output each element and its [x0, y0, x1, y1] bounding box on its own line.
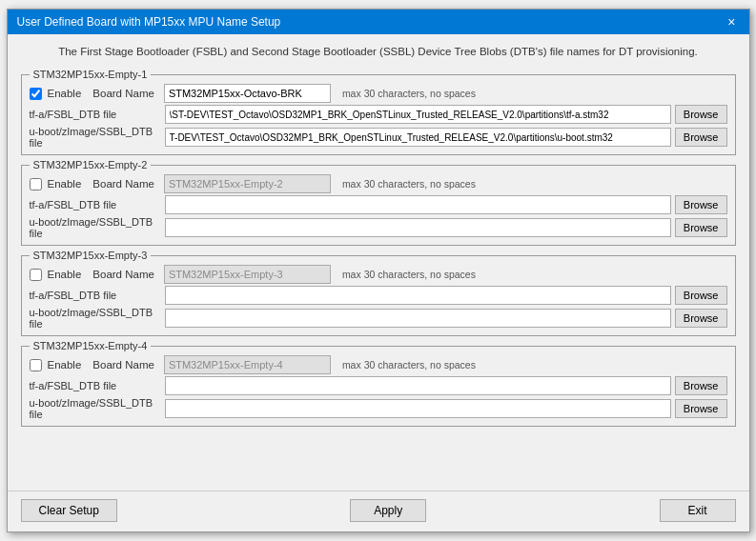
fsbl-row-3: tf-a/FSBL_DTB fileBrowse: [30, 286, 727, 305]
fsbl-row-1: tf-a/FSBL_DTB fileBrowse: [30, 105, 727, 124]
board-name-input-1[interactable]: [164, 84, 331, 103]
board-name-input-4[interactable]: [164, 355, 331, 374]
dialog-body: The First Stage Bootloader (FSBL) and Se…: [8, 34, 749, 489]
header-row-1: EnableBoard Namemax 30 characters, no sp…: [30, 84, 727, 103]
fsbl-row-2: tf-a/FSBL_DTB fileBrowse: [30, 195, 727, 214]
fsbl-browse-button-2[interactable]: Browse: [675, 195, 727, 214]
ssbl-input-2[interactable]: [165, 218, 671, 237]
ssbl-input-3[interactable]: [165, 309, 671, 328]
ssbl-label-1: u-boot/zImage/SSBL_DTB file: [30, 126, 161, 149]
max-chars-label-4: max 30 characters, no spaces: [342, 359, 476, 371]
fsbl-label-4: tf-a/FSBL_DTB file: [30, 380, 161, 391]
fsbl-input-3[interactable]: [165, 286, 671, 305]
board-name-label-3: Board Name: [92, 269, 154, 280]
header-row-4: EnableBoard Namemax 30 characters, no sp…: [30, 355, 727, 374]
ssbl-input-1[interactable]: [165, 128, 671, 147]
fsbl-browse-button-3[interactable]: Browse: [675, 286, 727, 305]
clear-setup-button[interactable]: Clear Setup: [21, 499, 117, 522]
enable-checkbox-1[interactable]: [30, 88, 42, 100]
fsbl-label-1: tf-a/FSBL_DTB file: [30, 109, 161, 120]
fsbl-browse-button-1[interactable]: Browse: [675, 105, 727, 124]
fsbl-input-1[interactable]: [165, 105, 671, 124]
group-4: STM32MP15xx-Empty-4EnableBoard Namemax 3…: [21, 340, 736, 427]
exit-button[interactable]: Exit: [660, 499, 736, 522]
dialog-title: User Defined Board with MP15xx MPU Name …: [17, 15, 281, 29]
ssbl-row-1: u-boot/zImage/SSBL_DTB fileBrowse: [30, 126, 727, 149]
ssbl-label-4: u-boot/zImage/SSBL_DTB file: [30, 397, 161, 420]
fsbl-input-4[interactable]: [165, 376, 671, 395]
group-legend-1: STM32MP15xx-Empty-1: [30, 69, 152, 80]
board-name-label-4: Board Name: [92, 359, 154, 371]
enable-checkbox-4[interactable]: [30, 359, 42, 371]
fsbl-browse-button-4[interactable]: Browse: [675, 376, 727, 395]
header-row-2: EnableBoard Namemax 30 characters, no sp…: [30, 174, 727, 193]
apply-button[interactable]: Apply: [350, 499, 426, 522]
groups-container: STM32MP15xx-Empty-1EnableBoard Namemax 3…: [21, 69, 736, 431]
dialog-footer: Clear Setup Apply Exit: [8, 491, 749, 531]
enable-label-2: Enable: [48, 178, 82, 190]
fsbl-label-2: tf-a/FSBL_DTB file: [30, 199, 161, 210]
enable-label-4: Enable: [48, 359, 82, 371]
group-2: STM32MP15xx-Empty-2EnableBoard Namemax 3…: [21, 159, 736, 246]
ssbl-browse-button-3[interactable]: Browse: [675, 309, 727, 328]
ssbl-browse-button-4[interactable]: Browse: [675, 399, 727, 418]
max-chars-label-1: max 30 characters, no spaces: [342, 88, 476, 99]
ssbl-browse-button-2[interactable]: Browse: [675, 218, 727, 237]
enable-checkbox-3[interactable]: [30, 269, 42, 281]
description-text: The First Stage Bootloader (FSBL) and Se…: [21, 44, 736, 59]
enable-checkbox-2[interactable]: [30, 178, 42, 190]
ssbl-row-4: u-boot/zImage/SSBL_DTB fileBrowse: [30, 397, 727, 420]
group-3: STM32MP15xx-Empty-3EnableBoard Namemax 3…: [21, 250, 736, 336]
enable-label-3: Enable: [48, 269, 82, 280]
board-name-input-2[interactable]: [164, 174, 331, 193]
group-1: STM32MP15xx-Empty-1EnableBoard Namemax 3…: [21, 69, 736, 155]
ssbl-input-4[interactable]: [165, 399, 671, 418]
fsbl-label-3: tf-a/FSBL_DTB file: [30, 290, 161, 301]
group-legend-4: STM32MP15xx-Empty-4: [30, 340, 152, 351]
title-bar: User Defined Board with MP15xx MPU Name …: [8, 10, 749, 34]
main-dialog: User Defined Board with MP15xx MPU Name …: [7, 9, 750, 532]
max-chars-label-3: max 30 characters, no spaces: [342, 269, 476, 280]
ssbl-row-2: u-boot/zImage/SSBL_DTB fileBrowse: [30, 216, 727, 239]
enable-label-1: Enable: [48, 88, 82, 99]
max-chars-label-2: max 30 characters, no spaces: [342, 178, 476, 190]
header-row-3: EnableBoard Namemax 30 characters, no sp…: [30, 265, 727, 284]
group-legend-2: STM32MP15xx-Empty-2: [30, 159, 152, 170]
fsbl-row-4: tf-a/FSBL_DTB fileBrowse: [30, 376, 727, 395]
close-button[interactable]: ×: [724, 15, 739, 29]
ssbl-row-3: u-boot/zImage/SSBL_DTB fileBrowse: [30, 307, 727, 330]
fsbl-input-2[interactable]: [165, 195, 671, 214]
ssbl-label-3: u-boot/zImage/SSBL_DTB file: [30, 307, 161, 330]
ssbl-label-2: u-boot/zImage/SSBL_DTB file: [30, 216, 161, 239]
board-name-label-1: Board Name: [92, 88, 154, 99]
group-legend-3: STM32MP15xx-Empty-3: [30, 250, 152, 261]
board-name-input-3[interactable]: [164, 265, 331, 284]
board-name-label-2: Board Name: [92, 178, 154, 190]
ssbl-browse-button-1[interactable]: Browse: [675, 128, 727, 147]
